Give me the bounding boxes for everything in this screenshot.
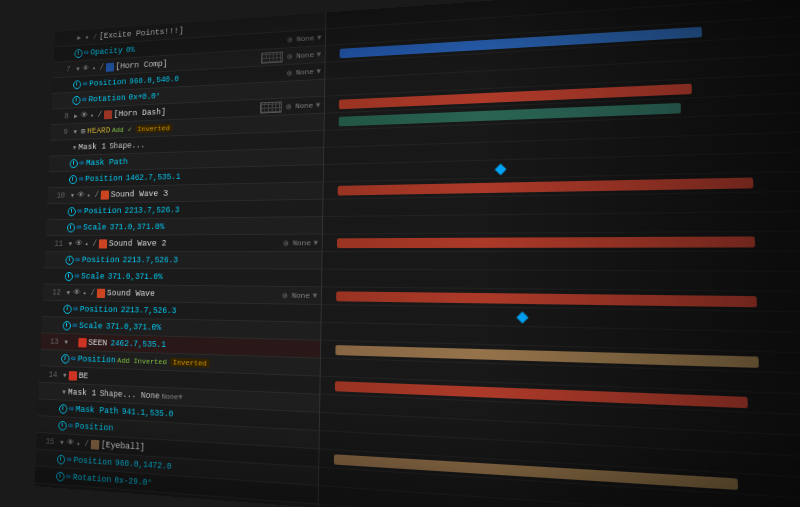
- ae-timeline: ▶ ✦ / [Excite Points!!!] ∞ Opacity 0% ◎ …: [34, 0, 800, 507]
- track-bar-red-sw: [336, 291, 757, 307]
- blend-mode[interactable]: ◎ None: [287, 67, 314, 77]
- layer-color: [89, 491, 98, 501]
- property-name: Scale: [83, 222, 107, 232]
- property-name: Mask 1: [78, 141, 106, 152]
- property-value: 2213.7,526.3: [123, 255, 178, 264]
- stopwatch-icon[interactable]: [68, 207, 76, 216]
- property-value: Shape... None: [100, 389, 160, 401]
- property-name: Position: [89, 77, 126, 89]
- layer-number: 8: [54, 112, 69, 121]
- property-value: 371.0,371.0%: [106, 322, 161, 333]
- transfer-mode-grid: [261, 51, 283, 63]
- layer-color: [69, 371, 78, 381]
- layer-number: 14: [43, 370, 58, 380]
- add-seen: Add Inverted: [117, 356, 167, 366]
- transfer-mode-grid: [260, 101, 282, 113]
- property-value: 0x+0.0°: [129, 91, 161, 101]
- stopwatch-icon[interactable]: [69, 175, 77, 184]
- property-name: Position: [77, 354, 115, 366]
- property-row-pos-sw2[interactable]: ∞ Position 2213.7,526.3: [44, 252, 321, 270]
- property-name: Position: [73, 455, 112, 468]
- layer-number: 10: [51, 191, 66, 200]
- property-value: 960.0,1472.0: [115, 458, 172, 471]
- pencil-icon: /: [80, 490, 89, 500]
- layer-color: [78, 338, 87, 347]
- layer-name: [Horn Comp]: [115, 58, 167, 71]
- stopwatch-icon[interactable]: [59, 404, 68, 414]
- property-value: 941.1,535.0: [122, 407, 174, 419]
- layer-number: 9: [54, 127, 69, 136]
- stopwatch-icon[interactable]: [56, 471, 65, 481]
- layer-name: Sound Wave 2: [109, 238, 167, 248]
- property-name: Scale: [79, 321, 103, 332]
- property-value: 371.0,371.0%: [108, 272, 163, 282]
- track-bar-red-sw2: [337, 236, 755, 248]
- property-value: 371.0,371.0%: [110, 222, 165, 232]
- property-name: Mask 1: [68, 387, 97, 399]
- blend-mode[interactable]: ◎ None: [287, 50, 313, 60]
- layer-color: [106, 62, 114, 71]
- layer-number: 13: [44, 337, 59, 347]
- property-name: Position: [84, 206, 122, 216]
- stopwatch-icon[interactable]: [67, 223, 75, 232]
- stopwatch-icon[interactable]: [58, 420, 67, 430]
- stopwatch-icon[interactable]: [57, 454, 66, 464]
- property-name: Opacity: [90, 45, 123, 57]
- property-name: Position: [82, 255, 120, 265]
- property-name: Position: [85, 173, 123, 184]
- add-tag: Add ✓: [112, 125, 132, 134]
- track-bar-red-sw3: [338, 177, 754, 195]
- layer-name: [Horn Dash]: [114, 107, 166, 119]
- layer-color: [91, 439, 100, 449]
- layer-number: 11: [48, 239, 63, 248]
- blend-mode[interactable]: ◎ None: [288, 34, 314, 44]
- timeline-container: ▶ ✦ / [Excite Points!!!] ∞ Opacity 0% ◎ …: [34, 0, 800, 507]
- inverted-tag: Inverted: [170, 358, 209, 368]
- property-value: 0%: [126, 45, 135, 54]
- property-name: Rotation: [88, 93, 125, 105]
- stopwatch-icon[interactable]: [65, 272, 73, 281]
- blend-mode[interactable]: ◎ None: [286, 101, 313, 111]
- property-value: 0x-29.0°: [114, 475, 152, 487]
- property-value: 960.0,540.0: [129, 74, 179, 86]
- expand-icon[interactable]: ▼: [55, 488, 64, 498]
- property-name: Mask Path: [86, 157, 128, 168]
- dropdown-arrow[interactable]: ▼: [317, 50, 322, 59]
- blend-mode[interactable]: ◎ None: [284, 238, 311, 247]
- layer-name: [Eyeball]: [101, 439, 145, 452]
- layer-color: [99, 239, 108, 248]
- property-value: 2213.7,526.3: [121, 305, 177, 315]
- layer-name: BE: [78, 370, 88, 381]
- none-tag: None: [161, 392, 178, 401]
- layer-name: [Eye Dash]: [99, 491, 148, 505]
- inverted-tag: Inverted: [135, 124, 173, 134]
- stopwatch-icon[interactable]: [61, 354, 70, 364]
- property-name: Position: [75, 421, 114, 434]
- layer-color: [104, 110, 112, 119]
- layer-row-11[interactable]: 11 ▼ 👁 ✦ / Sound Wave 2 ◎ None ▼: [45, 235, 322, 253]
- property-row-scale-sw3[interactable]: ∞ Scale 371.0,371.0%: [46, 217, 322, 236]
- property-name: Rotation: [73, 472, 112, 485]
- stopwatch-icon[interactable]: [70, 159, 78, 168]
- blend-mode[interactable]: ◎ None: [283, 291, 310, 300]
- stopwatch-icon[interactable]: [65, 255, 73, 264]
- property-name: Position: [80, 304, 118, 315]
- eye-icon[interactable]: 👁: [64, 489, 73, 499]
- layer-number: 16: [37, 487, 52, 498]
- property-value: 1462.7,535.1: [126, 172, 181, 182]
- layer-number: 7: [56, 65, 71, 74]
- layer-name: Sound Wave 3: [110, 188, 168, 199]
- stopwatch-icon[interactable]: [63, 304, 72, 313]
- dropdown-arrow[interactable]: ▼: [317, 33, 322, 42]
- layer-number: 15: [40, 436, 55, 446]
- keyframe-diamond: [495, 163, 507, 174]
- track-13: [323, 231, 800, 252]
- property-name: Mask Path: [75, 404, 118, 417]
- keyframe-diamond-2: [516, 311, 528, 323]
- layer-number: 12: [46, 288, 61, 297]
- property-name: Scale: [81, 271, 105, 281]
- layers-panel: ▶ ✦ / [Excite Points!!!] ∞ Opacity 0% ◎ …: [34, 13, 326, 507]
- layer-color: [101, 190, 110, 199]
- stopwatch-icon[interactable]: [63, 321, 72, 330]
- property-value: Shape...: [109, 140, 145, 150]
